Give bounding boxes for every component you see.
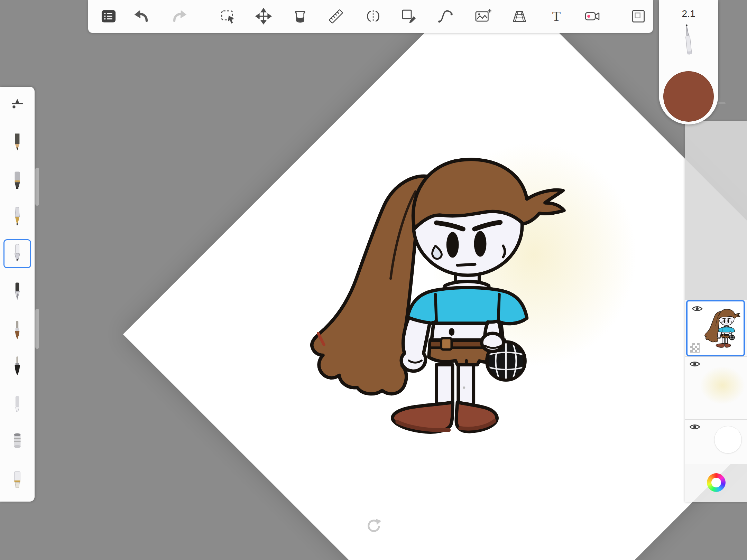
- tool-sidebar: [0, 87, 35, 502]
- undo-button[interactable]: [132, 6, 153, 27]
- flat-marker-icon: [8, 469, 26, 493]
- select-icon: [219, 7, 237, 25]
- canvas-frame-button[interactable]: [628, 6, 649, 27]
- text-tool-icon: T: [552, 9, 561, 23]
- canvas-frame-icon: [629, 7, 647, 25]
- symmetry-icon: [364, 7, 382, 25]
- brush-preview[interactable]: 2.1: [659, 0, 718, 124]
- ink-brush-icon: [8, 355, 26, 379]
- tool-adjust[interactable]: [5, 93, 30, 118]
- menu-button[interactable]: [98, 6, 119, 27]
- layers-panel: [685, 121, 747, 502]
- fill-icon: [291, 7, 309, 25]
- rotate-icon: [365, 516, 384, 535]
- roller-icon: [8, 431, 26, 455]
- adjust-icon: [8, 94, 26, 118]
- tool-flat-marker[interactable]: [5, 469, 30, 494]
- layers-panel-spacer: [685, 121, 747, 300]
- import-image-icon: [474, 7, 492, 25]
- pastel-icon: [8, 393, 26, 417]
- layer-1-visibility-eye-icon[interactable]: [692, 305, 703, 313]
- fountain-pen-icon: [8, 280, 26, 304]
- brush-size-label: 2.1: [682, 8, 695, 19]
- tool-fountain-pen[interactable]: [5, 280, 30, 305]
- drawing-canvas[interactable]: [123, 0, 747, 560]
- pen-icon: [8, 242, 26, 265]
- layer-2-visibility-eye-icon[interactable]: [689, 360, 700, 368]
- shape-icon: [400, 7, 418, 25]
- pen-preview-icon: [678, 21, 699, 66]
- color-wheel-button[interactable]: [707, 473, 726, 492]
- rotate-canvas-button[interactable]: [365, 516, 384, 535]
- fill-tool-button[interactable]: [290, 6, 311, 27]
- text-tool-button[interactable]: T: [546, 6, 567, 27]
- brush-color-swatch[interactable]: [663, 71, 714, 122]
- layer-1[interactable]: [686, 300, 745, 356]
- curve-tool-button[interactable]: [435, 6, 456, 27]
- tool-divider: [4, 125, 30, 125]
- sidebar-scroll-indicator-upper[interactable]: [35, 168, 39, 206]
- tool-roller[interactable]: [5, 430, 30, 455]
- import-image-button[interactable]: [472, 6, 493, 27]
- marker-icon: [8, 169, 26, 193]
- select-tool-button[interactable]: [218, 6, 238, 27]
- tool-brush[interactable]: [5, 319, 30, 344]
- redo-icon: [170, 7, 188, 25]
- redo-button[interactable]: [168, 6, 189, 27]
- layer-3[interactable]: [685, 419, 747, 464]
- tool-pastel[interactable]: [5, 392, 30, 417]
- airbrush-icon: [8, 205, 26, 228]
- tool-airbrush[interactable]: [5, 204, 30, 229]
- tool-ink-brush[interactable]: [5, 354, 30, 379]
- curve-icon: [436, 7, 454, 25]
- ruler-icon: [327, 7, 345, 25]
- camera-tool-button[interactable]: [582, 6, 603, 27]
- move-icon: [255, 7, 273, 25]
- top-toolbar: T: [88, 0, 653, 33]
- brush-icon: [8, 319, 26, 343]
- layer-3-thumbnail: [714, 426, 742, 454]
- tool-marker[interactable]: [5, 169, 30, 194]
- tool-pen[interactable]: [5, 241, 30, 266]
- move-tool-button[interactable]: [253, 6, 274, 27]
- ruler-tool-button[interactable]: [325, 6, 346, 27]
- layer-transparency-icon[interactable]: [690, 343, 700, 353]
- symmetry-tool-button[interactable]: [363, 6, 384, 27]
- panel-handle[interactable]: [717, 102, 726, 104]
- layer-1-thumbnail: [703, 304, 742, 354]
- undo-icon: [133, 7, 151, 25]
- color-wheel-row: [685, 464, 747, 502]
- layer-2-thumbnail: [700, 366, 745, 404]
- camera-icon: [583, 7, 601, 25]
- perspective-grid-icon: [510, 7, 528, 25]
- pencil-icon: [8, 131, 26, 155]
- shape-tool-button[interactable]: [398, 6, 419, 27]
- layer-2[interactable]: [685, 356, 747, 419]
- tool-pencil[interactable]: [5, 131, 30, 156]
- perspective-grid-button[interactable]: [509, 6, 530, 27]
- menu-icon: [100, 7, 118, 25]
- layer-3-visibility-eye-icon[interactable]: [689, 423, 700, 431]
- sidebar-scroll-indicator-lower[interactable]: [35, 309, 39, 349]
